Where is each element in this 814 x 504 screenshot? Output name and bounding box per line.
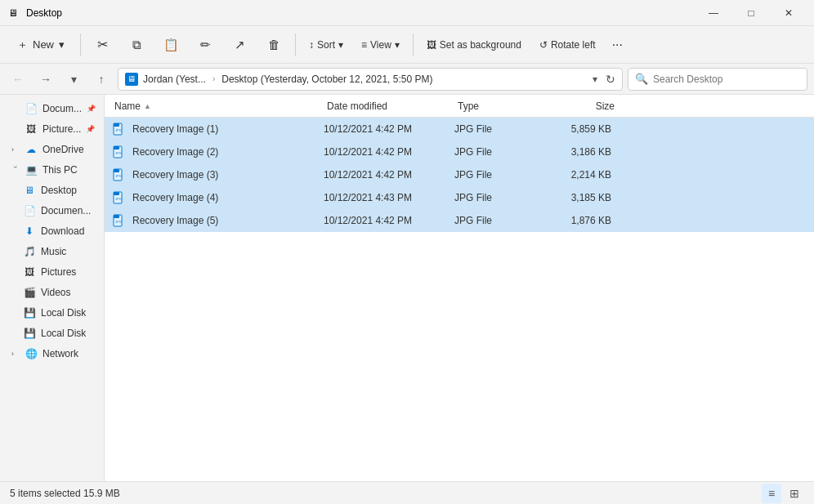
sidebar-item-network[interactable]: › 🌐 Network bbox=[3, 344, 101, 364]
sidebar-item-onedrive[interactable]: › ☁ OneDrive bbox=[3, 140, 101, 159]
sort-button[interactable]: ↕ Sort ▾ bbox=[301, 29, 351, 60]
toolbar-separator-1 bbox=[80, 33, 81, 56]
minimize-button[interactable]: — bbox=[695, 0, 732, 26]
col-header-size[interactable]: Size bbox=[536, 100, 618, 112]
sort-label: Sort bbox=[317, 39, 335, 51]
svg-text:JPG: JPG bbox=[115, 220, 122, 224]
sidebar-item-thispc[interactable]: › 💻 This PC bbox=[3, 160, 101, 180]
view-dropdown-icon: ▾ bbox=[395, 39, 400, 51]
col-header-type[interactable]: Type bbox=[454, 100, 536, 112]
expand-arrow: › bbox=[11, 350, 20, 358]
search-icon: 🔍 bbox=[635, 73, 648, 85]
col-name-label: Name bbox=[114, 100, 141, 112]
search-input[interactable] bbox=[653, 74, 800, 85]
sidebar-item-pictures2[interactable]: 🖼 Pictures bbox=[3, 262, 101, 282]
table-row[interactable]: JPG Recovery Image (2) 10/12/2021 4:42 P… bbox=[105, 140, 814, 163]
share-button[interactable]: ↗ bbox=[223, 29, 256, 60]
new-label: New bbox=[33, 38, 54, 51]
sidebar-item-documents2[interactable]: 📄 Documen... bbox=[3, 201, 101, 221]
onedrive-icon: ☁ bbox=[25, 143, 38, 156]
expand-arrow: › bbox=[11, 166, 20, 174]
pin-icon: 📌 bbox=[87, 105, 96, 113]
file-icon: JPG bbox=[111, 121, 127, 137]
sidebar-item-pictures[interactable]: 🖼 Picture... 📌 bbox=[3, 119, 101, 139]
close-button[interactable]: ✕ bbox=[770, 0, 807, 26]
col-type-label: Type bbox=[458, 100, 479, 112]
table-row[interactable]: JPG Recovery Image (4) 10/12/2021 4:43 P… bbox=[105, 186, 814, 209]
table-row[interactable]: JPG Recovery Image (5) 10/12/2021 4:42 P… bbox=[105, 209, 814, 232]
col-header-name[interactable]: Name ▲ bbox=[111, 100, 324, 112]
toolbar: ＋ New ▾ ✂ ⧉ 📋 ✏ ↗ 🗑 ↕ Sort ▾ ≡ View ▾ 🖼 … bbox=[0, 26, 814, 64]
sidebar-item-documents[interactable]: 📄 Docum... 📌 bbox=[3, 99, 101, 118]
expand-arrow: › bbox=[11, 145, 20, 154]
file-name: Recovery Image (5) bbox=[132, 215, 324, 226]
grid-view-button[interactable]: ⊞ bbox=[785, 484, 804, 503]
set-background-button[interactable]: 🖼 Set as background bbox=[418, 29, 530, 60]
videos-icon: 🎬 bbox=[23, 286, 36, 299]
new-dropdown-icon: ▾ bbox=[59, 38, 65, 51]
thispc-icon: 💻 bbox=[25, 163, 38, 176]
sidebar-item-downloads[interactable]: ⬇ Download bbox=[3, 221, 101, 241]
col-header-date[interactable]: Date modified bbox=[324, 100, 454, 112]
window-icon: 🖥 bbox=[7, 7, 20, 20]
selected-status: 5 items selected 15.9 MB bbox=[10, 488, 120, 499]
main-area: 📄 Docum... 📌 🖼 Picture... 📌 › ☁ OneDrive… bbox=[0, 95, 814, 481]
sidebar-item-localdisk1[interactable]: 💾 Local Disk bbox=[3, 303, 101, 323]
col-size-label: Size bbox=[596, 100, 615, 112]
pictures-icon: 🖼 bbox=[25, 123, 38, 136]
file-date: 10/12/2021 4:42 PM bbox=[324, 169, 454, 181]
cut-button[interactable]: ✂ bbox=[86, 29, 119, 60]
sidebar-item-videos[interactable]: 🎬 Videos bbox=[3, 283, 101, 302]
svg-text:JPG: JPG bbox=[115, 197, 122, 201]
file-date: 10/12/2021 4:43 PM bbox=[324, 192, 454, 203]
table-row[interactable]: JPG Recovery Image (1) 10/12/2021 4:42 P… bbox=[105, 118, 814, 140]
music-icon: 🎵 bbox=[23, 245, 36, 258]
address-dropdown-icon[interactable]: ▾ bbox=[593, 74, 597, 85]
back-button[interactable]: ← bbox=[7, 68, 29, 91]
rename-button[interactable]: ✏ bbox=[189, 29, 221, 60]
rename-icon: ✏ bbox=[200, 38, 211, 52]
table-row[interactable]: JPG Recovery Image (3) 10/12/2021 4:42 P… bbox=[105, 163, 814, 186]
address-bar[interactable]: 🖥 Jordan (Yest... › Desktop (Yesterday, … bbox=[118, 68, 623, 91]
share-icon: ↗ bbox=[235, 38, 245, 52]
refresh-button[interactable]: ↻ bbox=[606, 73, 615, 86]
delete-button[interactable]: 🗑 bbox=[257, 29, 290, 60]
copy-button[interactable]: ⧉ bbox=[120, 29, 153, 60]
new-icon: ＋ bbox=[17, 38, 28, 52]
paste-button[interactable]: 📋 bbox=[154, 29, 187, 60]
forward-button[interactable]: → bbox=[34, 68, 57, 91]
view-icon: ≡ bbox=[361, 39, 367, 51]
file-icon: JPG bbox=[111, 212, 127, 229]
sidebar: 📄 Docum... 📌 🖼 Picture... 📌 › ☁ OneDrive… bbox=[0, 95, 105, 481]
list-view-button[interactable]: ≡ bbox=[762, 484, 781, 503]
up-button[interactable]: ↑ bbox=[90, 68, 113, 91]
svg-rect-7 bbox=[114, 169, 119, 172]
pictures2-icon: 🖼 bbox=[23, 265, 36, 279]
recent-button[interactable]: ▾ bbox=[62, 68, 85, 91]
copy-icon: ⧉ bbox=[132, 38, 141, 52]
new-button[interactable]: ＋ New ▾ bbox=[7, 29, 75, 60]
search-bar[interactable]: 🔍 bbox=[628, 68, 807, 91]
rotate-left-button[interactable]: ↺ Rotate left bbox=[531, 29, 604, 60]
sidebar-item-music[interactable]: 🎵 Music bbox=[3, 242, 101, 261]
sidebar-item-desktop[interactable]: 🖥 Desktop bbox=[3, 181, 101, 200]
svg-rect-10 bbox=[114, 192, 119, 195]
sidebar-item-localdisk2[interactable]: 💾 Local Disk bbox=[3, 323, 101, 343]
address-location-icon: 🖥 bbox=[125, 73, 138, 86]
toolbar-separator-3 bbox=[413, 33, 414, 56]
more-options-button[interactable]: ··· bbox=[606, 34, 629, 56]
file-icon: JPG bbox=[111, 190, 127, 206]
view-button[interactable]: ≡ View ▾ bbox=[353, 29, 408, 60]
breadcrumb-separator: › bbox=[212, 74, 215, 83]
status-bar: 5 items selected 15.9 MB ≡ ⊞ bbox=[0, 481, 814, 504]
paste-icon: 📋 bbox=[163, 38, 179, 52]
delete-icon: 🗑 bbox=[268, 38, 280, 51]
localdisk2-icon: 💾 bbox=[23, 327, 36, 340]
pin-icon: 📌 bbox=[86, 125, 95, 133]
sort-arrow-icon: ▲ bbox=[144, 102, 151, 110]
maximize-button[interactable]: □ bbox=[732, 0, 770, 26]
documents-icon: 📄 bbox=[25, 102, 38, 115]
file-type: JPG File bbox=[454, 169, 536, 181]
set-bg-label: Set as background bbox=[440, 39, 521, 51]
file-name: Recovery Image (1) bbox=[132, 123, 324, 135]
